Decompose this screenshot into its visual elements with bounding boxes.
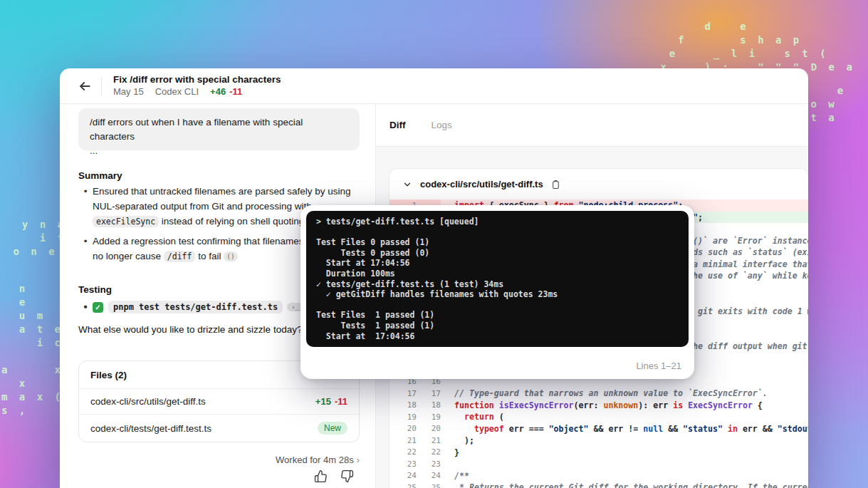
inline-code-chip: execFileSync bbox=[93, 216, 159, 227]
thumbs-up-button[interactable] bbox=[313, 469, 328, 483]
diff-line-gutter: 2222 bbox=[389, 447, 441, 459]
old-line-number: 21 bbox=[389, 436, 417, 445]
old-line-number: 22 bbox=[389, 447, 417, 457]
diff-line-code: function isExecSyncError(err: unknown): … bbox=[454, 400, 808, 412]
terminal-popup: > tests/get-diff.test.ts [queued] Test F… bbox=[300, 205, 694, 379]
diff-file-name: codex-cli/src/utils/get-diff.ts bbox=[420, 179, 543, 190]
diff-line: 2424/** bbox=[389, 470, 808, 482]
old-line-number: 17 bbox=[389, 389, 417, 398]
additions-count: +46 bbox=[210, 85, 226, 98]
file-row[interactable]: codex-cli/tests/get-diff.test.ts New bbox=[79, 414, 359, 442]
diff-line-gutter: 1919 bbox=[389, 411, 441, 423]
chevron-right-icon: › bbox=[357, 455, 360, 465]
bullet-marker: • bbox=[78, 184, 93, 229]
file-name: codex-cli/src/utils/get-diff.ts bbox=[90, 396, 206, 407]
task-meta: May 15 Codex CLI +46 -11 bbox=[113, 85, 281, 98]
old-line-number: 20 bbox=[389, 424, 417, 433]
diff-line-gutter: 2020 bbox=[389, 423, 441, 435]
diff-line-code: } bbox=[454, 447, 808, 459]
file-name: codex-cli/tests/get-diff.test.ts bbox=[90, 423, 211, 434]
tab-logs[interactable]: Logs bbox=[432, 120, 452, 130]
new-line-number: 19 bbox=[417, 412, 441, 422]
new-line-number: 21 bbox=[417, 436, 441, 445]
diff-line-code: * Returns the current Git diff for the w… bbox=[454, 482, 808, 488]
diff-line: 2020 typeof err === "object" && err != n… bbox=[389, 423, 808, 435]
file-deletions: -11 bbox=[335, 396, 347, 407]
diff-file-header: codex-cli/src/utils/get-diff.ts bbox=[389, 169, 808, 199]
thumbs-down-button[interactable] bbox=[340, 469, 354, 483]
arrow-left-icon bbox=[78, 79, 92, 93]
new-line-number: 23 bbox=[417, 460, 441, 469]
diff-line: 2323 bbox=[389, 458, 808, 470]
diff-line-gutter: 1818 bbox=[389, 400, 441, 412]
background-code-letters: e o w t a bbox=[802, 84, 846, 125]
diff-line-code: typeof err === "object" && err != null &… bbox=[454, 423, 808, 435]
new-line-number: 24 bbox=[417, 471, 441, 480]
new-line-number: 22 bbox=[417, 447, 441, 457]
file-row[interactable]: codex-cli/src/utils/get-diff.ts +15 -11 bbox=[79, 389, 359, 414]
diff-line: 1818function isExecSyncError(err: unknow… bbox=[389, 400, 808, 412]
task-header: Fix /diff error with special characters … bbox=[60, 68, 808, 104]
old-line-number: 19 bbox=[389, 412, 417, 422]
diff-line-code: ); bbox=[454, 435, 808, 447]
page-title: Fix /diff error with special characters bbox=[113, 74, 281, 85]
citation-badge[interactable]: () bbox=[224, 251, 237, 261]
bullet-marker: • bbox=[78, 299, 93, 315]
diff-line: 1717// Type-guard that narrows an unknow… bbox=[389, 388, 808, 400]
diff-line-code: return ( bbox=[454, 411, 808, 423]
diff-line: 2222} bbox=[389, 447, 808, 459]
new-line-number: 20 bbox=[417, 424, 441, 433]
diff-line-code: /** bbox=[454, 470, 808, 482]
background-code-letters: d e f s h a p e _ l i s t ( x ) : " " " … bbox=[652, 20, 855, 74]
terminal-popup-footer: Lines 1–21 bbox=[300, 353, 694, 379]
bullet-marker: • bbox=[78, 234, 93, 264]
new-line-number: 25 bbox=[417, 483, 441, 488]
copy-icon[interactable] bbox=[551, 180, 560, 190]
diff-line: 2525 * Returns the current Git diff for … bbox=[389, 482, 808, 488]
header-divider bbox=[101, 77, 102, 95]
old-line-number: 23 bbox=[389, 460, 417, 469]
feedback-row bbox=[78, 469, 360, 483]
deletions-count: -11 bbox=[229, 85, 242, 98]
thumbs-down-icon bbox=[340, 469, 354, 483]
chevron-down-icon[interactable] bbox=[402, 180, 412, 190]
lines-range-label: Lines 1–21 bbox=[636, 360, 681, 371]
tab-diff[interactable]: Diff bbox=[389, 120, 406, 130]
diff-line: 1919 return ( bbox=[389, 411, 808, 423]
diff-line-gutter: 2121 bbox=[389, 435, 441, 447]
background-code-letters: y n a i f o n e bbox=[4, 218, 66, 259]
terminal-output: > tests/get-diff.test.ts [queued] Test F… bbox=[306, 211, 689, 347]
old-line-number: 24 bbox=[389, 471, 417, 480]
task-project: Codex CLI bbox=[155, 85, 199, 98]
diff-line: 2121 ); bbox=[389, 435, 808, 447]
back-button[interactable] bbox=[74, 76, 95, 97]
diff-line-gutter: 2323 bbox=[389, 458, 441, 470]
new-line-number: 17 bbox=[417, 389, 441, 398]
diff-line-gutter: 2525 bbox=[389, 482, 441, 488]
test-command-chip[interactable]: pnpm test tests/get-diff.test.ts bbox=[108, 301, 283, 313]
old-line-number: 18 bbox=[389, 400, 417, 410]
task-date: May 15 bbox=[113, 85, 144, 98]
thumbs-up-icon bbox=[314, 469, 328, 483]
worked-for-link[interactable]: Worked for 4m 28s› bbox=[78, 455, 360, 465]
user-prompt-quote: /diff errors out when I have a filename … bbox=[78, 108, 360, 150]
new-file-badge: New bbox=[318, 422, 347, 435]
check-passed-icon: ✓ bbox=[93, 302, 103, 313]
diff-line-code bbox=[454, 458, 808, 470]
old-line-number: 25 bbox=[389, 483, 417, 488]
tab-bar: Diff Logs bbox=[376, 104, 808, 147]
diff-line-gutter: 1717 bbox=[389, 388, 441, 400]
new-line-number: 18 bbox=[417, 400, 441, 410]
diff-line-code: // Type-guard that narrows an unknown va… bbox=[454, 388, 808, 400]
inline-code-chip: /diff bbox=[164, 251, 196, 262]
worked-for-label: Worked for 4m 28s bbox=[276, 455, 354, 465]
summary-heading: Summary bbox=[78, 170, 360, 181]
file-additions: +15 bbox=[315, 396, 331, 407]
diff-line-gutter: 2424 bbox=[389, 470, 441, 482]
